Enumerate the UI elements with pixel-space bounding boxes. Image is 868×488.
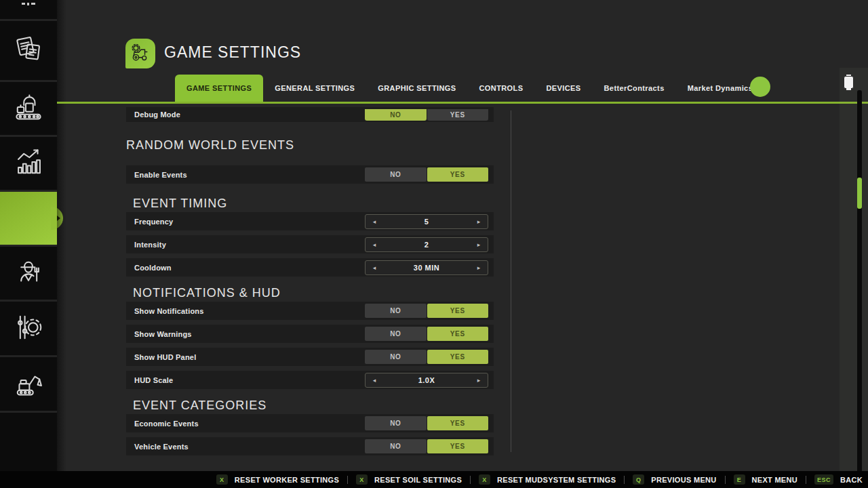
section-title: EVENT CATEGORIES — [133, 399, 494, 413]
tab-label: GAME SETTINGS — [186, 84, 252, 92]
tab-label: GRAPHIC SETTINGS — [378, 84, 456, 92]
partial-icon — [14, 0, 43, 12]
sidebar-item-contracts[interactable] — [0, 21, 57, 80]
action-separator — [470, 476, 471, 484]
action-separator — [624, 476, 625, 484]
setting-row-show-hud-panel: Show HUD PanelNOYES — [126, 348, 494, 366]
setting-label: Frequency — [134, 218, 365, 226]
farmer-icon — [13, 256, 44, 290]
page-scrollbar[interactable] — [857, 90, 862, 482]
action-reset-worker-settings[interactable]: XRESET WORKER SETTINGS — [216, 474, 339, 485]
action-separator — [725, 476, 726, 484]
key-badge-esc: ESC — [814, 474, 833, 485]
setting-label: HUD Scale — [134, 376, 365, 384]
toggle-option-no[interactable]: NO — [365, 167, 427, 182]
section-title: NOTIFICATIONS & HUD — [133, 286, 494, 300]
action-next-menu[interactable]: ENEXT MENU — [734, 474, 797, 485]
setting-label: Enable Events — [134, 171, 365, 179]
action-separator — [806, 476, 806, 484]
setting-row-intensity: Intensity◂2▸ — [126, 235, 494, 253]
tab-label: CONTROLS — [479, 84, 524, 92]
toggle-option-no[interactable]: NO — [365, 439, 427, 453]
toggle-option-no[interactable]: NO — [365, 327, 427, 341]
sidebar-item-construction[interactable] — [0, 357, 57, 411]
key-badge-x: X — [356, 474, 368, 485]
notification-dot — [750, 77, 770, 97]
page-scrollbar-thumb[interactable] — [857, 178, 862, 209]
spinner-next-arrow-icon[interactable]: ▸ — [470, 260, 488, 275]
toggle-group: NOYES — [365, 439, 488, 453]
spinner-next-arrow-icon[interactable]: ▸ — [470, 214, 488, 229]
sidebar — [0, 0, 57, 471]
tab-market-dynamics[interactable]: Market Dynamics — [676, 75, 765, 102]
setting-label: Cooldown — [134, 264, 365, 272]
key-badge-x: X — [216, 474, 228, 485]
toggle-option-yes[interactable]: YES — [427, 416, 489, 430]
toggle-option-yes[interactable]: YES — [427, 167, 489, 182]
toggle-option-yes[interactable]: YES — [427, 304, 489, 318]
setting-row-cooldown: Cooldown◂30 MIN▸ — [126, 258, 494, 277]
sidebar-item-production[interactable] — [0, 82, 57, 135]
toggle-group: NOYES — [365, 304, 488, 318]
tab-bettercontracts[interactable]: BetterContracts — [593, 75, 676, 102]
mod-settings-icon — [13, 312, 44, 346]
setting-row-vehicle-events: Vehicle EventsNOYES — [126, 437, 494, 455]
setting-row-hud-scale: HUD Scale◂1.0X▸ — [126, 371, 494, 389]
spinner-next-arrow-icon[interactable]: ▸ — [470, 373, 488, 388]
construction-icon — [13, 367, 44, 401]
toggle-option-no[interactable]: NO — [365, 109, 427, 121]
action-label: RESET SOIL SETTINGS — [374, 476, 462, 484]
setting-label: Show Warnings — [134, 330, 365, 338]
action-reset-soil-settings[interactable]: XRESET SOIL SETTINGS — [356, 474, 462, 485]
section-title: RANDOM WORLD EVENTS — [126, 138, 494, 152]
action-back[interactable]: ESCBACK — [814, 474, 863, 485]
spinner-prev-arrow-icon[interactable]: ◂ — [366, 373, 383, 388]
action-label: NEXT MENU — [752, 476, 797, 484]
spinner-prev-arrow-icon[interactable]: ◂ — [366, 260, 383, 275]
sidebar-item-statistics[interactable] — [0, 137, 57, 190]
toggle-group: NOYES — [365, 109, 488, 121]
setting-label: Intensity — [134, 241, 365, 249]
tab-devices[interactable]: DEVICES — [534, 75, 592, 102]
toggle-option-yes[interactable]: YES — [427, 350, 489, 364]
sidebar-item-partial[interactable] — [0, 0, 57, 19]
toggle-option-no[interactable]: NO — [365, 304, 427, 318]
key-badge-e: E — [734, 474, 745, 485]
action-label: RESET WORKER SETTINGS — [235, 476, 339, 484]
toggle-option-yes[interactable]: YES — [427, 327, 489, 341]
sidebar-item-mod-settings[interactable] — [0, 302, 57, 355]
sidebar-item-active-tile[interactable] — [0, 192, 57, 245]
setting-label: Vehicle Events — [134, 443, 365, 451]
action-reset-mudsystem-settings[interactable]: XRESET MUDSYSTEM SETTINGS — [479, 474, 616, 485]
setting-row-economic-events: Economic EventsNOYES — [126, 414, 494, 432]
tab-controls[interactable]: CONTROLS — [468, 75, 535, 102]
spinner-value: 2 — [383, 241, 470, 249]
tractor-gear-icon — [125, 39, 155, 68]
sidebar-shadow — [57, 0, 66, 471]
toggle-option-no[interactable]: NO — [365, 350, 427, 364]
toggle-group: NOYES — [365, 350, 488, 364]
spinner-prev-arrow-icon[interactable]: ◂ — [366, 214, 383, 229]
tab-game-settings[interactable]: GAME SETTINGS — [175, 75, 263, 102]
spinner-value: 1.0X — [383, 376, 470, 384]
tab-general-settings[interactable]: GENERAL SETTINGS — [263, 75, 366, 102]
action-label: PREVIOUS MENU — [651, 476, 716, 484]
spinner-value: 5 — [383, 218, 470, 226]
production-icon — [13, 92, 44, 125]
settings-scroll-divider — [511, 110, 511, 452]
sidebar-item-farmer[interactable] — [0, 247, 57, 300]
bottom-action-bar: XRESET WORKER SETTINGSXRESET SOIL SETTIN… — [0, 471, 868, 488]
game-settings-screen: GAME SETTINGS GAME SETTINGSGENERAL SETTI… — [0, 0, 868, 488]
spinner-prev-arrow-icon[interactable]: ◂ — [366, 237, 383, 252]
mouse-scroll-icon — [844, 75, 854, 90]
setting-label: Show HUD Panel — [134, 353, 365, 361]
action-previous-menu[interactable]: QPREVIOUS MENU — [633, 474, 716, 485]
tab-graphic-settings[interactable]: GRAPHIC SETTINGS — [366, 75, 467, 102]
toggle-option-yes[interactable]: YES — [427, 439, 489, 453]
spinner-next-arrow-icon[interactable]: ▸ — [470, 237, 488, 252]
toggle-option-no[interactable]: NO — [365, 416, 427, 430]
toggle-option-yes[interactable]: YES — [427, 109, 489, 121]
tab-label: DEVICES — [546, 84, 580, 92]
tab-label: GENERAL SETTINGS — [275, 84, 355, 92]
setting-row-frequency: Frequency◂5▸ — [126, 212, 494, 230]
